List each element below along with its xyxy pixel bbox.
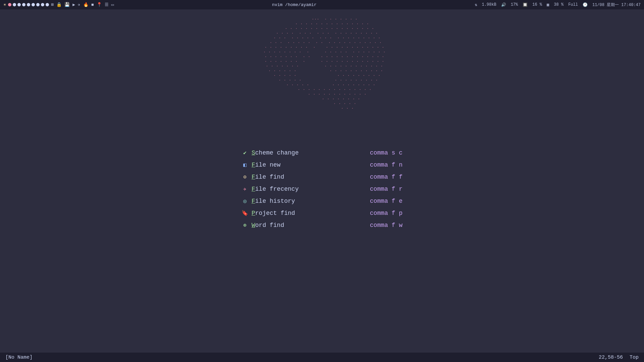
mode-stat: Full (568, 2, 578, 7)
menu-item-project-find[interactable]: 🔖 Project find comma f p (241, 207, 402, 219)
dot2 (13, 3, 16, 6)
volume-stat: 17% (511, 2, 518, 7)
menu-item-file-new[interactable]: ◧ File new comma f n (241, 159, 402, 171)
menu-item-file-frecency[interactable]: ✈ File frecency comma f r (241, 183, 402, 195)
fire-icon: 🔥 (83, 2, 89, 7)
menu-item-word-find[interactable]: ⊕ Word find comma f w (241, 219, 402, 231)
topbar-icons: ⊞ 🔒 💾 ▶ ✈ 🔥 ■ 📍 ☰ ▭ (51, 2, 114, 7)
grid-icon: ⊞ (51, 2, 54, 7)
menu: ✔ Scheme change comma s c ◧ File new com… (241, 147, 402, 231)
rect-icon: ■ (91, 2, 94, 7)
volume-icon: 🔊 (501, 2, 506, 7)
dot4 (22, 3, 25, 6)
scheme-change-label: Scheme change (252, 149, 299, 156)
scheme-change-icon: ✔ (241, 149, 248, 156)
word-find-shortcut: comma f w (370, 222, 402, 229)
file-frecency-label: File frecency (252, 186, 299, 192)
topbar: ☀ ⊞ 🔒 💾 ▶ ✈ 🔥 ■ 📍 ☰ ▭ nvim /home/ayamir … (0, 0, 644, 9)
play-icon: ▶ (72, 2, 75, 7)
menu-item-left: ◧ File new (241, 162, 280, 168)
pin-icon: 📍 (97, 2, 102, 7)
topbar-left: ☀ ⊞ 🔒 💾 ▶ ✈ 🔥 ■ 📍 ☰ ▭ (3, 2, 114, 8)
file-frecency-icon: ✈ (241, 186, 248, 192)
dot5 (27, 3, 30, 6)
list-icon: ☰ (105, 2, 109, 7)
main-content: ... . . . . . . . . . . . . . . . . . . … (0, 9, 644, 353)
file-find-shortcut: comma f f (370, 174, 402, 180)
topbar-title: nvim /home/ayamir (272, 2, 317, 7)
file-new-label: File new (252, 162, 280, 168)
ascii-art: ... . . . . . . . . . . . . . . . . . . … (247, 16, 397, 137)
terminal-icon: ▭ (111, 2, 114, 7)
topbar-right: ⇅ 1.98kB 🔊 17% 🔲 16 % ▦ 38 % Full 🕐 11/0… (475, 2, 641, 8)
project-find-shortcut: comma f p (370, 210, 402, 217)
menu-item-file-find[interactable]: ⊙ File find comma f f (241, 171, 402, 183)
dot6 (32, 3, 35, 6)
menu-item-left: ⊕ Word find (241, 222, 284, 229)
datetime-stat: 11/08 星期一 17:40:47 (592, 2, 641, 8)
clock-icon: 🕐 (583, 2, 588, 7)
telegram-icon: ✈ (78, 2, 80, 7)
file-history-icon: ◎ (241, 198, 248, 204)
dot3 (17, 3, 21, 6)
dot9 (46, 3, 49, 6)
statusbar: [No Name] 22,58-56 Top (0, 353, 644, 362)
project-find-icon: 🔖 (241, 210, 248, 217)
file-frecency-shortcut: comma f r (370, 186, 402, 192)
file-new-icon: ◧ (241, 162, 248, 168)
file-new-shortcut: comma f n (370, 162, 402, 168)
statusbar-position: 22,58-56 (599, 355, 623, 360)
file-find-label: File find (252, 174, 284, 180)
statusbar-filename: [No Name] (5, 355, 33, 360)
menu-item-left: ◎ File history (241, 198, 295, 204)
memory-icon: ▦ (547, 2, 549, 7)
size-stat: 1.98kB (482, 2, 496, 7)
cpu-stat: 16 % (532, 2, 542, 7)
menu-item-file-history[interactable]: ◎ File history comma f e (241, 195, 402, 207)
menu-item-left: 🔖 Project find (241, 210, 295, 217)
dot1 (8, 3, 11, 6)
file-history-shortcut: comma f e (370, 198, 402, 204)
menu-item-left: ✔ Scheme change (241, 149, 299, 156)
sun-icon: ☀ (3, 2, 6, 8)
statusbar-right: 22,58-56 Top (599, 355, 639, 360)
menu-item-left: ⊙ File find (241, 174, 284, 180)
network-icon: ⇅ (475, 2, 477, 7)
file-find-icon: ⊙ (241, 174, 248, 180)
lock-icon: 🔒 (56, 2, 62, 7)
memory-stat: 38 % (554, 2, 564, 7)
cpu-icon: 🔲 (523, 2, 528, 7)
dot7 (36, 3, 40, 6)
ascii-canvas: ... . . . . . . . . . . . . . . . . . . … (247, 16, 397, 110)
word-find-label: Word find (252, 222, 284, 229)
menu-item-scheme-change[interactable]: ✔ Scheme change comma s c (241, 147, 402, 159)
statusbar-scroll: Top (630, 355, 639, 360)
dots-row (8, 3, 49, 6)
file-history-label: File history (252, 198, 295, 204)
scheme-change-shortcut: comma s c (370, 149, 402, 156)
dot8 (41, 3, 44, 6)
word-find-icon: ⊕ (241, 222, 248, 229)
menu-item-left: ✈ File frecency (241, 186, 299, 192)
save-icon: 💾 (64, 2, 70, 7)
project-find-label: Project find (252, 210, 295, 217)
